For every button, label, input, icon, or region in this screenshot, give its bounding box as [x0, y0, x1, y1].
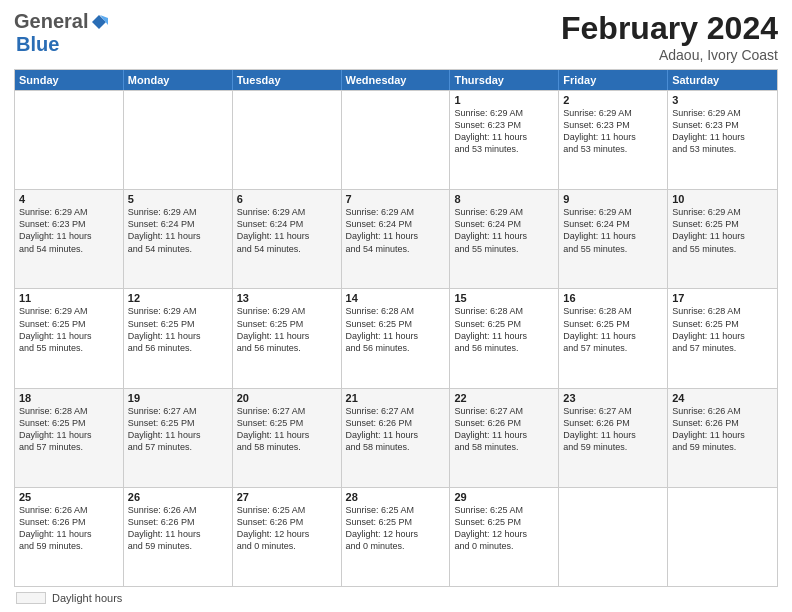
day-number: 10: [672, 193, 773, 205]
cal-cell-1: 1Sunrise: 6:29 AM Sunset: 6:23 PM Daylig…: [450, 91, 559, 189]
legend-label: Daylight hours: [52, 592, 122, 604]
header: General Blue February 2024 Adaou, Ivory …: [14, 10, 778, 63]
cal-cell-empty-0-1: [124, 91, 233, 189]
cal-cell-28: 28Sunrise: 6:25 AM Sunset: 6:25 PM Dayli…: [342, 488, 451, 586]
cal-cell-3: 3Sunrise: 6:29 AM Sunset: 6:23 PM Daylig…: [668, 91, 777, 189]
cal-row-2: 11Sunrise: 6:29 AM Sunset: 6:25 PM Dayli…: [15, 288, 777, 387]
logo: General Blue: [14, 10, 108, 56]
day-number: 23: [563, 392, 663, 404]
cal-header-sunday: Sunday: [15, 70, 124, 90]
cal-cell-empty-0-2: [233, 91, 342, 189]
day-info: Sunrise: 6:29 AM Sunset: 6:24 PM Dayligh…: [128, 206, 228, 255]
day-info: Sunrise: 6:29 AM Sunset: 6:23 PM Dayligh…: [672, 107, 773, 156]
day-number: 3: [672, 94, 773, 106]
day-info: Sunrise: 6:29 AM Sunset: 6:24 PM Dayligh…: [454, 206, 554, 255]
day-number: 26: [128, 491, 228, 503]
day-info: Sunrise: 6:27 AM Sunset: 6:26 PM Dayligh…: [563, 405, 663, 454]
cal-header-saturday: Saturday: [668, 70, 777, 90]
cal-cell-27: 27Sunrise: 6:25 AM Sunset: 6:26 PM Dayli…: [233, 488, 342, 586]
day-number: 1: [454, 94, 554, 106]
cal-cell-16: 16Sunrise: 6:28 AM Sunset: 6:25 PM Dayli…: [559, 289, 668, 387]
day-info: Sunrise: 6:29 AM Sunset: 6:24 PM Dayligh…: [563, 206, 663, 255]
calendar-body: 1Sunrise: 6:29 AM Sunset: 6:23 PM Daylig…: [15, 90, 777, 586]
day-info: Sunrise: 6:29 AM Sunset: 6:25 PM Dayligh…: [672, 206, 773, 255]
day-number: 22: [454, 392, 554, 404]
day-number: 17: [672, 292, 773, 304]
logo-blue: Blue: [16, 33, 59, 55]
day-number: 19: [128, 392, 228, 404]
day-info: Sunrise: 6:28 AM Sunset: 6:25 PM Dayligh…: [563, 305, 663, 354]
cal-cell-22: 22Sunrise: 6:27 AM Sunset: 6:26 PM Dayli…: [450, 389, 559, 487]
day-info: Sunrise: 6:25 AM Sunset: 6:25 PM Dayligh…: [346, 504, 446, 553]
day-info: Sunrise: 6:29 AM Sunset: 6:24 PM Dayligh…: [346, 206, 446, 255]
cal-cell-14: 14Sunrise: 6:28 AM Sunset: 6:25 PM Dayli…: [342, 289, 451, 387]
logo-general: General: [14, 10, 88, 33]
cal-cell-19: 19Sunrise: 6:27 AM Sunset: 6:25 PM Dayli…: [124, 389, 233, 487]
day-info: Sunrise: 6:27 AM Sunset: 6:25 PM Dayligh…: [128, 405, 228, 454]
cal-cell-6: 6Sunrise: 6:29 AM Sunset: 6:24 PM Daylig…: [233, 190, 342, 288]
cal-cell-24: 24Sunrise: 6:26 AM Sunset: 6:26 PM Dayli…: [668, 389, 777, 487]
legend-box: [16, 592, 46, 604]
month-title: February 2024: [561, 10, 778, 47]
calendar-header: SundayMondayTuesdayWednesdayThursdayFrid…: [15, 70, 777, 90]
day-number: 13: [237, 292, 337, 304]
day-number: 18: [19, 392, 119, 404]
cal-cell-11: 11Sunrise: 6:29 AM Sunset: 6:25 PM Dayli…: [15, 289, 124, 387]
cal-header-tuesday: Tuesday: [233, 70, 342, 90]
cal-cell-21: 21Sunrise: 6:27 AM Sunset: 6:26 PM Dayli…: [342, 389, 451, 487]
cal-header-monday: Monday: [124, 70, 233, 90]
day-info: Sunrise: 6:26 AM Sunset: 6:26 PM Dayligh…: [19, 504, 119, 553]
day-number: 25: [19, 491, 119, 503]
cal-cell-10: 10Sunrise: 6:29 AM Sunset: 6:25 PM Dayli…: [668, 190, 777, 288]
cal-cell-18: 18Sunrise: 6:28 AM Sunset: 6:25 PM Dayli…: [15, 389, 124, 487]
cal-cell-empty-4-6: [668, 488, 777, 586]
cal-cell-8: 8Sunrise: 6:29 AM Sunset: 6:24 PM Daylig…: [450, 190, 559, 288]
cal-cell-17: 17Sunrise: 6:28 AM Sunset: 6:25 PM Dayli…: [668, 289, 777, 387]
cal-header-friday: Friday: [559, 70, 668, 90]
cal-row-3: 18Sunrise: 6:28 AM Sunset: 6:25 PM Dayli…: [15, 388, 777, 487]
cal-cell-empty-0-0: [15, 91, 124, 189]
day-info: Sunrise: 6:29 AM Sunset: 6:23 PM Dayligh…: [19, 206, 119, 255]
day-info: Sunrise: 6:28 AM Sunset: 6:25 PM Dayligh…: [19, 405, 119, 454]
day-number: 28: [346, 491, 446, 503]
cal-row-1: 4Sunrise: 6:29 AM Sunset: 6:23 PM Daylig…: [15, 189, 777, 288]
day-info: Sunrise: 6:26 AM Sunset: 6:26 PM Dayligh…: [128, 504, 228, 553]
cal-cell-13: 13Sunrise: 6:29 AM Sunset: 6:25 PM Dayli…: [233, 289, 342, 387]
day-number: 9: [563, 193, 663, 205]
day-number: 4: [19, 193, 119, 205]
cal-cell-23: 23Sunrise: 6:27 AM Sunset: 6:26 PM Dayli…: [559, 389, 668, 487]
day-number: 27: [237, 491, 337, 503]
footer: Daylight hours: [14, 592, 778, 604]
cal-header-thursday: Thursday: [450, 70, 559, 90]
day-number: 14: [346, 292, 446, 304]
logo-icon: [90, 13, 108, 31]
day-number: 6: [237, 193, 337, 205]
cal-cell-12: 12Sunrise: 6:29 AM Sunset: 6:25 PM Dayli…: [124, 289, 233, 387]
day-info: Sunrise: 6:25 AM Sunset: 6:26 PM Dayligh…: [237, 504, 337, 553]
day-number: 8: [454, 193, 554, 205]
cal-cell-4: 4Sunrise: 6:29 AM Sunset: 6:23 PM Daylig…: [15, 190, 124, 288]
day-info: Sunrise: 6:28 AM Sunset: 6:25 PM Dayligh…: [454, 305, 554, 354]
day-number: 16: [563, 292, 663, 304]
day-info: Sunrise: 6:29 AM Sunset: 6:25 PM Dayligh…: [19, 305, 119, 354]
day-info: Sunrise: 6:29 AM Sunset: 6:24 PM Dayligh…: [237, 206, 337, 255]
day-number: 15: [454, 292, 554, 304]
day-number: 11: [19, 292, 119, 304]
day-info: Sunrise: 6:27 AM Sunset: 6:26 PM Dayligh…: [454, 405, 554, 454]
cal-row-0: 1Sunrise: 6:29 AM Sunset: 6:23 PM Daylig…: [15, 90, 777, 189]
day-info: Sunrise: 6:28 AM Sunset: 6:25 PM Dayligh…: [346, 305, 446, 354]
day-info: Sunrise: 6:29 AM Sunset: 6:25 PM Dayligh…: [237, 305, 337, 354]
cal-cell-9: 9Sunrise: 6:29 AM Sunset: 6:24 PM Daylig…: [559, 190, 668, 288]
day-info: Sunrise: 6:29 AM Sunset: 6:25 PM Dayligh…: [128, 305, 228, 354]
logo-text: General: [14, 10, 108, 33]
cal-cell-15: 15Sunrise: 6:28 AM Sunset: 6:25 PM Dayli…: [450, 289, 559, 387]
day-info: Sunrise: 6:28 AM Sunset: 6:25 PM Dayligh…: [672, 305, 773, 354]
calendar: SundayMondayTuesdayWednesdayThursdayFrid…: [14, 69, 778, 587]
day-number: 29: [454, 491, 554, 503]
day-info: Sunrise: 6:26 AM Sunset: 6:26 PM Dayligh…: [672, 405, 773, 454]
cal-cell-26: 26Sunrise: 6:26 AM Sunset: 6:26 PM Dayli…: [124, 488, 233, 586]
day-number: 5: [128, 193, 228, 205]
day-number: 21: [346, 392, 446, 404]
day-number: 24: [672, 392, 773, 404]
day-info: Sunrise: 6:27 AM Sunset: 6:25 PM Dayligh…: [237, 405, 337, 454]
